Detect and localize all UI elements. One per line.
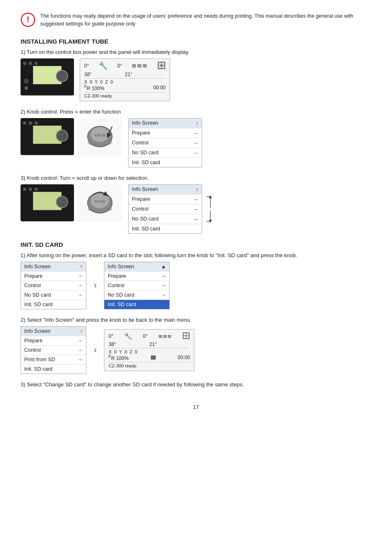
menu-label: Info Screen xyxy=(24,264,51,269)
panel-feed-2: FR 100% xyxy=(108,354,129,361)
menu-item-prepare-3: Prepare → xyxy=(129,195,202,204)
step-2-2-label: 2) Select "Info Screen" and press the kn… xyxy=(21,317,371,323)
knob-press-svg: KNOB xyxy=(79,120,120,153)
pz-lbl: Z xyxy=(129,349,132,354)
menu-label-control-1: Control xyxy=(132,140,148,146)
menu-label: Init. SD card xyxy=(24,302,53,307)
panel-temp1-2: 0° xyxy=(108,333,113,339)
panel-display-1: 0° 🔧 0° ≋≋≋ 38° 21° X 0 Y 0 Z 0 xyxy=(80,58,170,101)
step-1-3-label: 3) Knob control: Turn = scroll up or dow… xyxy=(21,175,371,181)
menu-arrow: → xyxy=(161,292,166,298)
menu-label-info: Info Screen xyxy=(132,120,158,126)
panel-feed: FR 100% xyxy=(84,84,104,91)
menu-arrow: → xyxy=(161,283,166,288)
px-lbl: X xyxy=(108,349,111,354)
knob-photo-2b: KNOB xyxy=(77,118,122,155)
section2-title: INIT. SD CARD xyxy=(21,241,371,248)
panel-temp2-current: 21° xyxy=(125,72,132,77)
menu-arrow: → xyxy=(78,273,83,279)
step-1-3-images: KNOB xyxy=(21,184,122,221)
panel-x-val: 0 xyxy=(90,79,92,84)
step-1-2-label: 2) Knob control: Press = enter the funct… xyxy=(21,109,371,115)
menu-arrow-up-1: ↑ xyxy=(196,120,199,126)
step-1-3-content: KNOB Info Screen ↑ P xyxy=(21,184,371,234)
menu-arrow-prepare-1: → xyxy=(193,130,198,136)
svg-point-12 xyxy=(23,121,26,125)
menu-2-2-l-printfromsd: Print from SD → xyxy=(21,355,86,365)
panel-cur-row-2: 38° 21° xyxy=(108,341,190,347)
menu-label-nosd-1: No SD card xyxy=(132,150,159,156)
menu-label: Info Screen xyxy=(24,328,51,334)
menu-arrow: → xyxy=(78,347,83,353)
menu-scroll-wrapper-3: Info Screen ↑ Prepare → Control → No SD … xyxy=(128,184,216,234)
menu-2-1-l-prepare: Prepare → xyxy=(21,272,86,281)
menu-arrow: ▲ xyxy=(161,264,166,269)
step-2-3-label: 3) Select "Change SD card" to change ano… xyxy=(21,381,371,388)
menu-box-2-2-left: Info Screen ↑ Prepare → Control → Print … xyxy=(21,326,86,374)
menu-item-initsd-1: Init. SD card xyxy=(129,158,202,167)
menu-label: Control xyxy=(108,283,124,288)
menu-arrow: → xyxy=(78,292,83,298)
device-overlay-3a xyxy=(21,184,74,221)
panel-temp-row-2: 0° 🔧 0° ≋≋≋ xyxy=(108,332,190,341)
svg-point-5 xyxy=(24,79,29,84)
pz-val: 0 xyxy=(135,349,137,354)
panel-z-label: Z xyxy=(105,79,108,84)
menu-2-1-l-info: Info Screen ↑ xyxy=(21,262,86,272)
panel-heat-2: ≋≋≋ xyxy=(158,333,172,339)
panel-status-2: CZ-300 ready. xyxy=(108,362,190,368)
menu-2-2-l-prepare: Prepare → xyxy=(21,336,86,346)
menu-arrow-up-3: ↑ xyxy=(196,186,199,193)
device-overlay xyxy=(21,58,74,95)
menu-label: Prepare xyxy=(24,273,42,279)
svg-point-21 xyxy=(29,188,32,191)
step-1-3: 3) Knob control: Turn = scroll up or dow… xyxy=(21,175,371,234)
panel-heat-icon: ≋≋≋ xyxy=(131,62,148,70)
menu-label-initsd-1: Init. SD card xyxy=(132,160,160,165)
menu-arrow-control-1: → xyxy=(193,140,198,146)
menu-label-initsd-3: Init. SD card xyxy=(132,226,160,232)
chevron-2-2: › xyxy=(94,345,97,355)
menu-label: Prepare xyxy=(24,338,42,344)
step-1-2: 2) Knob control: Press = enter the funct… xyxy=(21,109,371,167)
svg-point-3 xyxy=(29,62,32,65)
panel-cur1-2: 38° xyxy=(108,341,116,347)
panel-time: 00:00 xyxy=(153,85,166,91)
menu-label: Prepare xyxy=(108,273,126,279)
menu-label: Control xyxy=(24,283,41,288)
menu-arrow: ↑ xyxy=(80,264,83,269)
menu-2-1-r-nosd: No SD card → xyxy=(104,290,169,300)
page-number: 17 xyxy=(21,404,371,410)
device-photo-2a xyxy=(21,118,74,155)
chevron-2-1: › xyxy=(94,280,97,291)
panel-y-label: Y xyxy=(95,79,97,84)
panel-coords-2: X 0 Y 0 Z 0 xyxy=(108,348,190,354)
scroll-arrows xyxy=(205,193,216,225)
panel-display-2-2: 0° 🔧 0° ≋≋≋ 38° 21° X 0 Y 0 Z 0 xyxy=(104,329,194,371)
menu-2-1-l-control: Control → xyxy=(21,281,86,290)
menu-label: No SD card xyxy=(24,292,51,298)
menu-item-info-screen-3: Info Screen ↑ xyxy=(129,185,202,195)
menu-label: No SD card xyxy=(108,292,134,298)
device-photo-3a xyxy=(21,184,74,221)
scroll-bracket-svg xyxy=(205,193,216,225)
device-photo-1 xyxy=(21,58,74,95)
menu-box-2-1-right: Info Screen ▲ Prepare → Control → No SD … xyxy=(104,262,170,309)
menu-2-2-l-control: Control → xyxy=(21,346,86,355)
panel-temp1-label: 0° xyxy=(84,63,89,69)
svg-text:KNOB: KNOB xyxy=(95,133,105,137)
menu-label: Info Screen xyxy=(108,264,134,269)
menu-arrow: → xyxy=(78,283,83,288)
panel-x-label: X xyxy=(84,79,87,84)
step-2-1-label: 1) After tuning on the power, insert a S… xyxy=(21,252,371,258)
panel-nozzle-icon: 🔧 xyxy=(99,61,108,70)
menu-2-2-l-initsd: Init. SD card xyxy=(21,365,86,374)
step-1-2-content: KNOB Info Screen ↑ Prepare → xyxy=(21,118,371,167)
panel-block-2 xyxy=(151,355,156,360)
menu-2-1-r-info: Info Screen ▲ xyxy=(104,262,169,272)
menu-label: Control xyxy=(24,347,41,353)
svg-point-6 xyxy=(25,86,28,90)
panel-current-temp-row: 38° 21° xyxy=(84,72,166,77)
menu-label: Init. SD card xyxy=(24,366,53,372)
menu-box-step2: Info Screen ↑ Prepare → Control → No SD … xyxy=(128,118,202,167)
